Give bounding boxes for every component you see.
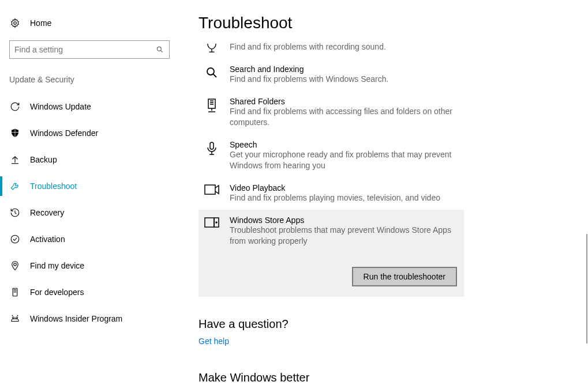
search-box[interactable] [9,40,170,59]
video-icon [204,183,219,204]
troubleshoot-desc: Find and fix problems playing movies, te… [230,192,458,204]
question-heading: Have a question? [199,318,588,331]
check-circle-icon [9,233,21,245]
search-input[interactable] [14,45,155,54]
troubleshoot-item-video[interactable]: Video Playback Find and fix problems pla… [199,177,464,210]
store-icon [204,216,219,286]
sidebar-category: Update & Security [0,75,179,93]
svg-rect-11 [205,218,214,227]
search-icon [155,45,164,54]
sidebar-item-label: Find my device [30,261,84,270]
sidebar-item-label: Windows Defender [30,129,98,138]
svg-rect-10 [205,185,215,194]
insider-icon [9,313,21,324]
home-nav[interactable]: Home [0,0,179,40]
settings-sidebar: Home Update & Security Windows Update Wi… [0,0,179,389]
troubleshoot-title: Search and Indexing [230,65,458,74]
troubleshoot-title: Shared Folders [230,97,458,106]
sidebar-item-label: Backup [30,155,57,164]
sidebar-item-label: Troubleshoot [30,182,77,191]
sidebar-item-activation[interactable]: Activation [0,226,179,252]
svg-point-13 [216,222,217,223]
sidebar-item-for-developers[interactable]: For developers [0,279,179,305]
troubleshoot-desc: Find and fix problems with accessing fil… [230,106,458,129]
sidebar-item-label: Windows Insider Program [30,314,122,323]
troubleshoot-title: Windows Store Apps [230,216,458,225]
sidebar-item-windows-defender[interactable]: Windows Defender [0,120,179,146]
svg-point-3 [14,263,17,266]
sidebar-item-label: For developers [30,288,84,297]
search-mag-icon [204,65,219,85]
svg-rect-9 [210,142,214,149]
shared-folder-icon [204,97,219,129]
history-icon [9,207,21,218]
backup-icon [9,154,21,165]
svg-point-1 [157,47,161,51]
home-label: Home [30,18,51,28]
wrench-icon [9,180,21,192]
troubleshoot-item-shared-folders[interactable]: Shared Folders Find and fix problems wit… [199,91,464,134]
page-title: Troubleshoot [199,0,588,36]
main-content: Troubleshoot Find and fix problems with … [179,0,588,389]
troubleshoot-item-store-apps[interactable]: Windows Store Apps Troubleshoot problems… [199,210,464,297]
improve-heading: Make Windows better [199,371,588,384]
sidebar-item-troubleshoot[interactable]: Troubleshoot [0,173,179,199]
troubleshoot-item-recording[interactable]: Find and fix problems with recording sou… [199,36,464,59]
sidebar-item-recovery[interactable]: Recovery [0,199,179,226]
sidebar-item-windows-update[interactable]: Windows Update [0,93,179,120]
scrollbar-thumb[interactable] [586,234,587,343]
troubleshoot-desc: Troubleshoot problems that may prevent W… [230,225,458,247]
run-troubleshooter-button[interactable]: Run the troubleshooter [352,267,457,286]
developer-icon [9,286,21,298]
troubleshoot-desc: Find and fix problems with Windows Searc… [230,74,458,85]
sidebar-item-insider[interactable]: Windows Insider Program [0,305,179,332]
troubleshoot-desc: Get your microphone ready and fix proble… [230,149,458,172]
sidebar-item-label: Recovery [30,208,64,217]
gear-icon [9,17,21,29]
shield-icon [9,127,21,139]
get-help-link[interactable]: Get help [199,337,229,346]
location-icon [9,260,21,271]
sidebar-item-backup[interactable]: Backup [0,146,179,173]
sidebar-item-label: Windows Update [30,102,91,111]
sync-icon [9,101,21,112]
sidebar-item-find-my-device[interactable]: Find my device [0,252,179,279]
troubleshoot-item-speech[interactable]: Speech Get your microphone ready and fix… [199,134,464,177]
record-icon [204,41,219,53]
svg-point-0 [14,22,17,25]
mic-icon [204,140,219,172]
troubleshoot-item-search[interactable]: Search and Indexing Find and fix problem… [199,59,464,91]
svg-point-2 [11,235,19,243]
troubleshoot-title: Video Playback [230,183,458,192]
troubleshoot-title: Speech [230,140,458,149]
sidebar-item-label: Activation [30,235,65,244]
troubleshoot-desc: Find and fix problems with recording sou… [230,41,458,53]
